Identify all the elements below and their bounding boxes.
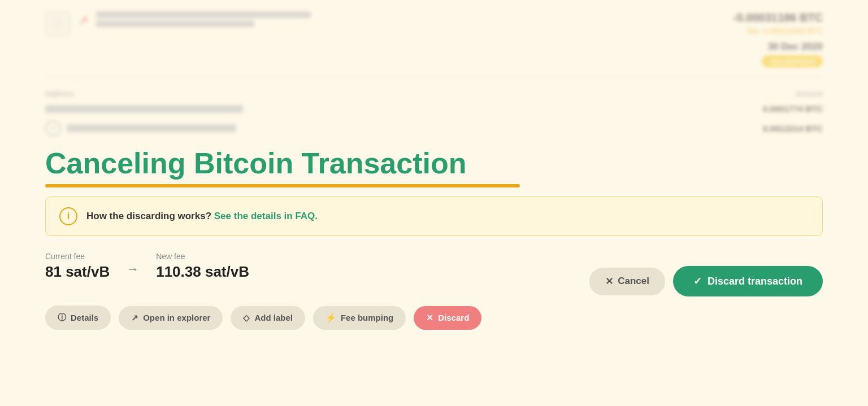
- address-section: Address Amount 0.0001774 BTC ↺ 0.0012214…: [45, 89, 823, 136]
- tx-amount: -0.00031186 BTC: [733, 11, 823, 24]
- new-fee-block: New fee 110.38 sat/vB: [156, 252, 249, 281]
- new-fee-value: 110.38 sat/vB: [156, 263, 249, 281]
- details-button[interactable]: ⓘ Details: [45, 305, 111, 330]
- title-underline: [45, 184, 520, 187]
- transaction-header: ☐ ↗ -0.00031186 BTC fee: 0.00013446 BTC …: [45, 11, 823, 78]
- fee-section: Current fee 81 sat/vB → New fee 110.38 s…: [45, 252, 249, 281]
- tx-status-container: Unconfirmed: [733, 56, 823, 66]
- address-label: Address: [45, 89, 74, 98]
- info-banner: i How the discarding works? See the deta…: [45, 197, 823, 236]
- fee-bumping-button[interactable]: ⚡ Fee bumping: [313, 306, 406, 330]
- tx-hash-block: [96, 11, 311, 27]
- fee-bumping-icon: ⚡: [326, 313, 336, 323]
- amount-label: Amount: [796, 89, 823, 98]
- modal-title: Canceling Bitcoin Transaction: [45, 147, 823, 180]
- tx-date: 30 Dec 2020: [733, 41, 823, 53]
- modal-title-section: Canceling Bitcoin Transaction: [45, 147, 823, 187]
- add-label-button[interactable]: ◇ Add label: [231, 306, 305, 330]
- label-icon: ◇: [243, 313, 250, 323]
- info-banner-text: How the discarding works? See the detail…: [86, 211, 318, 222]
- tx-direction-icon: ↗: [78, 14, 88, 28]
- faq-link[interactable]: See the details in FAQ.: [214, 211, 318, 221]
- explorer-icon: ↗: [131, 313, 138, 323]
- tx-icon: ☐: [45, 11, 70, 36]
- current-fee-value: 81 sat/vB: [45, 263, 110, 281]
- explorer-button[interactable]: ↗ Open in explorer: [119, 306, 223, 330]
- tx-status-badge: Unconfirmed: [762, 55, 823, 67]
- bottom-toolbar: ⓘ Details ↗ Open in explorer ◇ Add label…: [45, 305, 823, 330]
- fee-arrow-icon: →: [127, 262, 139, 277]
- tx-fee-display: fee: 0.00013446 BTC: [733, 27, 823, 36]
- address-row-2: ↺ 0.0012214 BTC: [45, 120, 823, 136]
- info-icon: i: [59, 207, 77, 225]
- discard-icon: ✕: [426, 313, 433, 323]
- new-fee-label: New fee: [156, 252, 249, 261]
- current-fee-label: Current fee: [45, 252, 110, 261]
- address-row-1: 0.0001774 BTC: [45, 104, 823, 113]
- address-amount-1: 0.0001774 BTC: [763, 104, 823, 113]
- cancel-x-icon: ✕: [605, 276, 613, 287]
- tx-info-right: -0.00031186 BTC fee: 0.00013446 BTC 30 D…: [733, 11, 823, 66]
- details-icon: ⓘ: [58, 312, 66, 323]
- action-buttons: ✕ Cancel ✓ Discard transaction: [249, 266, 823, 296]
- fee-actions-row: Current fee 81 sat/vB → New fee 110.38 s…: [45, 252, 823, 296]
- discard-transaction-button[interactable]: ✓ Discard transaction: [673, 266, 823, 296]
- discard-button[interactable]: ✕ Discard: [414, 306, 481, 330]
- cancel-button[interactable]: ✕ Cancel: [589, 268, 665, 295]
- discard-check-icon: ✓: [693, 275, 702, 287]
- address-amount-2: 0.0012214 BTC: [763, 124, 823, 133]
- current-fee-block: Current fee 81 sat/vB: [45, 252, 110, 281]
